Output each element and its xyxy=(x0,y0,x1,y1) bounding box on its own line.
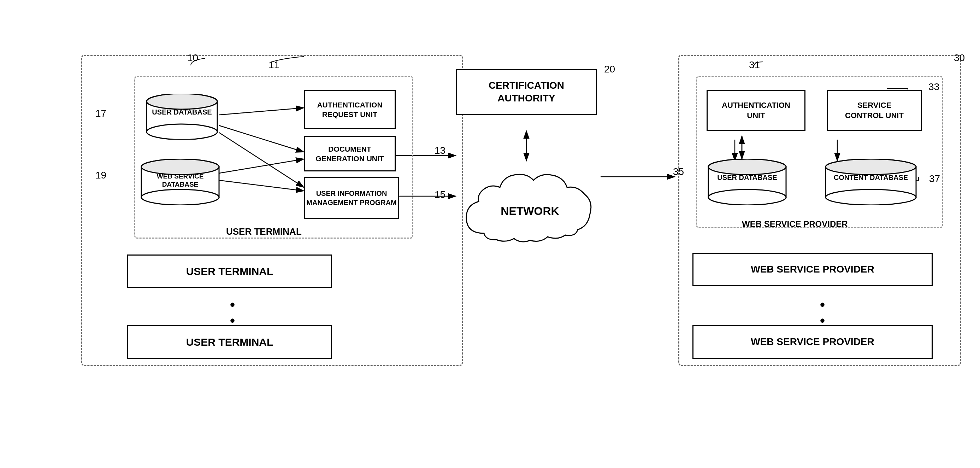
user-database-right-label: USER DATABASE xyxy=(706,173,788,182)
ref-10: 10 xyxy=(187,52,198,64)
content-database xyxy=(823,159,918,205)
user-database-right xyxy=(706,159,788,205)
ref-33: 33 xyxy=(928,81,939,93)
svg-point-27 xyxy=(708,190,786,205)
auth-request-unit: AUTHENTICATION REQUEST UNIT xyxy=(304,90,396,129)
network-cloud: NETWORK xyxy=(456,155,604,262)
ref-13: 13 xyxy=(434,145,445,156)
ref-17: 17 xyxy=(95,108,107,119)
user-terminal-inner-label: USER TERMINAL xyxy=(226,226,302,237)
ref-37: 37 xyxy=(929,173,940,185)
ref-35: 35 xyxy=(673,166,684,177)
content-database-label: CONTENT DATABASE xyxy=(823,173,918,182)
service-control-unit: SERVICE CONTROL UNIT xyxy=(827,90,922,131)
certification-authority: CERTIFICATION AUTHORITY xyxy=(456,69,597,115)
ref-11: 11 xyxy=(269,59,280,71)
user-terminal-box-2: USER TERMINAL xyxy=(127,325,332,359)
authentication-unit: AUTHENTICATION UNIT xyxy=(706,90,805,131)
svg-text:NETWORK: NETWORK xyxy=(501,204,559,217)
web-service-provider-box-1: WEB SERVICE PROVIDER xyxy=(692,253,933,286)
ref-31: 31 xyxy=(749,59,760,71)
svg-point-32 xyxy=(826,159,916,175)
user-info-mgmt-program: USER INFORMATION MANAGEMENT PROGRAM xyxy=(304,177,399,219)
svg-point-28 xyxy=(708,159,786,175)
document-generation-unit: DOCUMENT GENERATION UNIT xyxy=(304,136,396,171)
svg-point-19 xyxy=(146,94,217,109)
ref-15: 15 xyxy=(434,189,445,200)
user-database-left xyxy=(145,94,219,140)
ref-20: 20 xyxy=(604,64,615,75)
web-service-provider-box-2: WEB SERVICE PROVIDER xyxy=(692,325,933,359)
svg-point-22 xyxy=(141,190,219,205)
diagram: 10 11 USER DATABASE WEB SERVICE DATABASE… xyxy=(0,0,980,468)
user-terminal-box-1: USER TERMINAL xyxy=(127,254,332,288)
web-service-database-label: WEB SERVICE DATABASE xyxy=(140,173,221,189)
ref-30: 30 xyxy=(954,52,965,64)
web-service-provider-inner-label: WEB SERVICE PROVIDER xyxy=(742,219,848,229)
svg-point-31 xyxy=(826,190,916,205)
ref-19: 19 xyxy=(95,170,107,181)
svg-point-18 xyxy=(146,124,217,140)
user-database-left-label: USER DATABASE xyxy=(145,108,219,116)
